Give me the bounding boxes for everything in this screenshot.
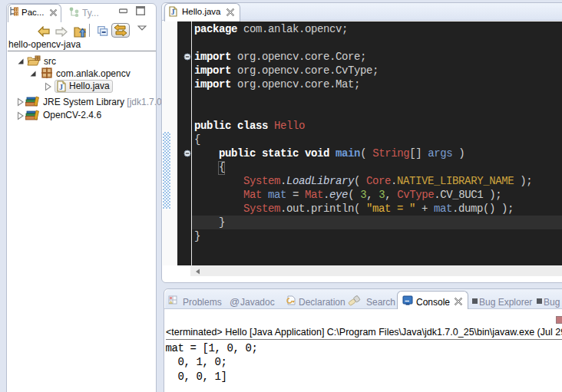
svg-text:J: J (59, 83, 63, 91)
svg-text:J: J (171, 8, 175, 16)
